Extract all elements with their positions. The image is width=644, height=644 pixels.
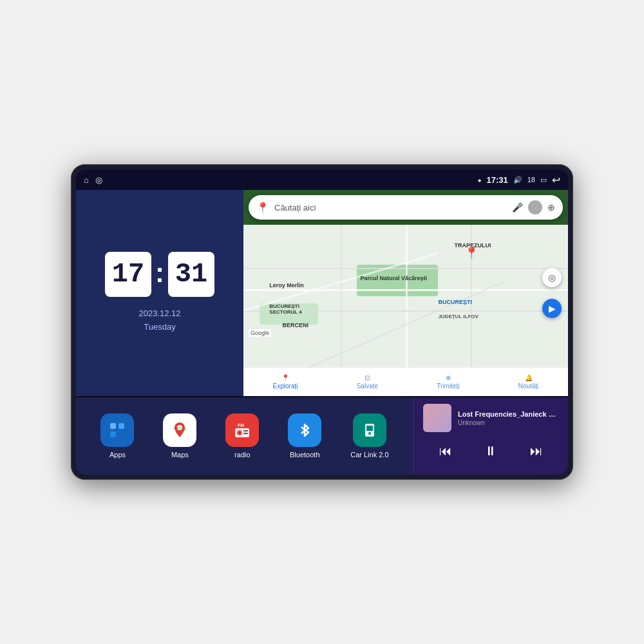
map-panel[interactable]: 📍 Căutați aici 🎤 ⊕	[243, 190, 568, 396]
map-search-icons: 🎤 ⊕	[512, 200, 555, 214]
music-text: Lost Frequencies_Janieck Devy-... Unknow…	[458, 410, 559, 426]
svg-rect-10	[243, 430, 248, 431]
maps-pin-icon	[170, 421, 189, 440]
svg-point-15	[368, 432, 371, 435]
apps-icon-bg	[100, 413, 134, 447]
svg-text:FM: FM	[238, 423, 244, 428]
clock-day: Tuesday	[138, 321, 180, 334]
clock-minute: 31	[168, 252, 214, 297]
mic-icon[interactable]: 🎤	[512, 202, 523, 213]
music-controls: ⏮ ⏸ ⏭	[423, 441, 559, 461]
map-label-park: Parcul Natural Văcărești	[360, 275, 427, 281]
signal-icon: ⬥	[477, 175, 482, 184]
map-search-bar[interactable]: 📍 Căutați aici 🎤 ⊕	[249, 195, 563, 220]
svg-rect-4	[110, 431, 116, 437]
map-search-text: Căutați aici	[274, 203, 507, 213]
app-item-carlink[interactable]: Car Link 2.0	[350, 413, 388, 459]
radio-icon-bg: FM	[225, 413, 259, 447]
status-bar: ⌂ ◎ ⬥ 17:31 🔊 18 ▭ ↩	[76, 169, 568, 190]
music-title: Lost Frequencies_Janieck Devy-...	[458, 410, 559, 418]
svg-rect-11	[243, 433, 248, 434]
bluetooth-symbol-icon	[296, 421, 314, 439]
radio-label: radio	[234, 451, 250, 459]
clock-date-display: 2023.12.12 Tuesday	[138, 307, 180, 334]
carlink-icon-bg	[353, 413, 386, 447]
map-label-leroy: Leroy Merlin	[269, 282, 304, 289]
time-display: 17:31	[487, 175, 508, 185]
location-icon[interactable]: ◎	[95, 175, 102, 185]
maps-label: Maps	[171, 451, 189, 459]
volume-level: 18	[527, 176, 535, 184]
send-icon: ⊕	[446, 374, 451, 381]
map-north-pin: 📍	[464, 246, 478, 260]
map-location-btn[interactable]: ◎	[542, 268, 562, 287]
svg-rect-2	[110, 423, 116, 429]
map-road-h3	[243, 268, 568, 269]
svg-point-9	[238, 431, 241, 434]
news-icon: 🔔	[525, 374, 533, 381]
bottom-section: Apps Maps	[76, 397, 568, 475]
saved-icon: ⊡	[365, 374, 370, 381]
device-screen: ⌂ ◎ ⬥ 17:31 🔊 18 ▭ ↩ 17 :	[76, 169, 568, 475]
map-nav-send[interactable]: ⊕ Trimiteți	[437, 374, 459, 390]
music-track-info: Lost Frequencies_Janieck Devy-... Unknow…	[423, 404, 559, 432]
map-label-sector4: BUCUREȘTISECTORUL 4	[269, 303, 301, 315]
map-label-bucharest: BUCUREȘTI	[438, 299, 472, 305]
map-road-v1	[406, 225, 408, 368]
back-icon[interactable]: ↩	[552, 174, 560, 186]
saved-label: Salvate	[357, 383, 378, 390]
battery-icon: ▭	[540, 176, 547, 184]
bluetooth-icon-bg	[288, 413, 321, 447]
layers-icon[interactable]: ⊕	[547, 202, 555, 213]
music-next-button[interactable]: ⏭	[524, 441, 549, 461]
music-panel: Lost Frequencies_Janieck Devy-... Unknow…	[413, 397, 568, 475]
map-road-h1	[243, 289, 568, 291]
app-item-bluetooth[interactable]: Bluetooth	[288, 413, 321, 459]
clock-date: 2023.12.12	[138, 307, 180, 321]
svg-rect-5	[118, 431, 124, 437]
home-icon[interactable]: ⌂	[84, 175, 89, 185]
maps-logo-icon: 📍	[256, 202, 269, 214]
clock-panel: 17 : 31 2023.12.12 Tuesday	[76, 190, 243, 396]
clock-display: 17 : 31	[105, 252, 214, 297]
bluetooth-label: Bluetooth	[290, 451, 319, 459]
app-item-maps[interactable]: Maps	[163, 413, 196, 459]
main-content: 17 : 31 2023.12.12 Tuesday 📍 Căutați aic…	[76, 190, 568, 475]
map-nav-saved[interactable]: ⊡ Salvate	[357, 374, 378, 390]
map-bottom-nav: 📍 Explorați ⊡ Salvate ⊕ Trimiteți 🔔	[243, 368, 568, 396]
volume-icon: 🔊	[513, 176, 522, 184]
map-label-berceni: BERCENI	[282, 322, 308, 328]
explore-icon: 📍	[281, 374, 289, 381]
map-content: Parcul Natural Văcărești BUCUREȘTI JUDEȚ…	[243, 225, 568, 368]
apps-panel: Apps Maps	[76, 397, 413, 475]
apps-grid-icon	[108, 421, 126, 439]
status-left-icons: ⌂ ◎	[84, 175, 102, 185]
device-frame: ⌂ ◎ ⬥ 17:31 🔊 18 ▭ ↩ 17 :	[71, 164, 573, 480]
explore-label: Explorați	[273, 383, 298, 390]
top-section: 17 : 31 2023.12.12 Tuesday 📍 Căutați aic…	[76, 190, 568, 396]
clock-hour: 17	[105, 252, 151, 297]
music-prev-button[interactable]: ⏮	[433, 441, 459, 461]
app-item-apps[interactable]: Apps	[100, 413, 134, 459]
map-nav-explore[interactable]: 📍 Explorați	[273, 374, 298, 390]
account-icon[interactable]	[528, 200, 542, 214]
music-album-art	[423, 404, 451, 432]
map-label-ilfov: JUDEȚUL ILFOV	[438, 314, 478, 319]
app-item-radio[interactable]: FM radio	[225, 413, 259, 459]
google-logo: Google	[249, 329, 271, 337]
clock-colon: :	[155, 258, 164, 289]
status-right-icons: ⬥ 17:31 🔊 18 ▭ ↩	[477, 174, 561, 186]
svg-rect-3	[118, 423, 124, 429]
music-play-pause-button[interactable]: ⏸	[478, 441, 504, 461]
send-label: Trimiteți	[437, 383, 459, 390]
apps-label: Apps	[109, 451, 126, 459]
radio-icon: FM	[232, 421, 252, 440]
map-nav-news[interactable]: 🔔 Noutăți	[518, 374, 539, 390]
carlink-label: Car Link 2.0	[350, 451, 388, 459]
maps-icon-bg	[163, 413, 196, 447]
music-artist: Unknown	[458, 419, 559, 426]
carlink-icon	[361, 421, 379, 439]
news-label: Noutăți	[518, 383, 539, 390]
map-road-v2	[341, 225, 342, 368]
album-art-image	[423, 404, 451, 432]
